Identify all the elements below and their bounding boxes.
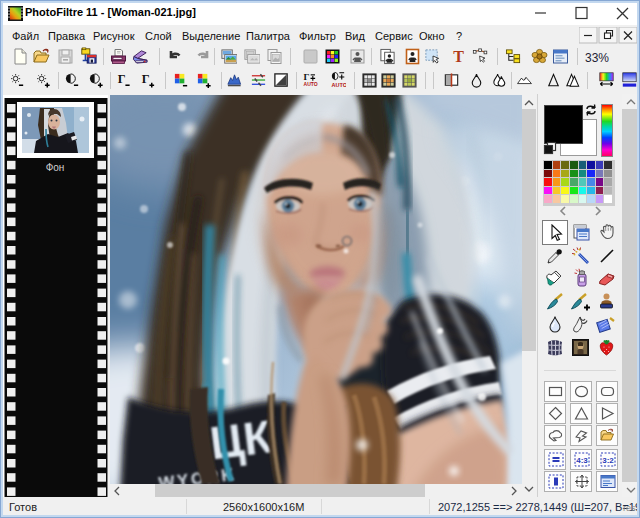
svg-text:4:3: 4:3 [576,456,588,465]
svg-text:AUTO: AUTO [332,82,346,88]
svg-text:Γ: Γ [142,72,150,86]
svg-text:Γ: Γ [118,72,126,86]
svg-text:Фон: Фон [46,162,65,173]
svg-text:AUTO: AUTO [304,81,318,87]
svg-text:3:2: 3:2 [602,456,614,465]
svg-text:T: T [453,48,464,65]
